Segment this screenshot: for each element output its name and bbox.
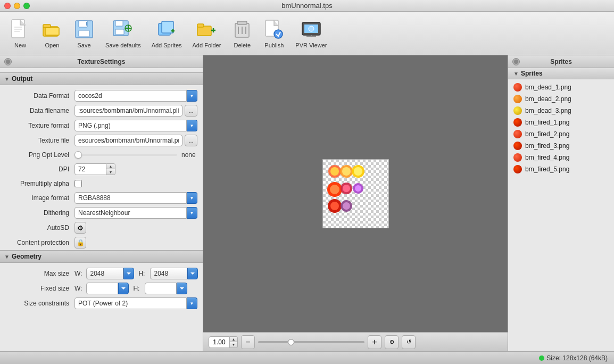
- toolbar-delete[interactable]: Delete: [227, 16, 257, 51]
- zoom-slider[interactable]: [258, 341, 364, 343]
- output-arrow-icon: ▼: [4, 76, 10, 82]
- svg-rect-8: [79, 21, 87, 27]
- sprite-item-bm-fired-3[interactable]: bm_fired_3.png: [508, 140, 614, 152]
- geometry-section-header[interactable]: ▼ Geometry: [0, 250, 203, 263]
- max-size-w-arrow[interactable]: [123, 268, 134, 279]
- sprites-section-header[interactable]: ▼ Sprites: [508, 68, 614, 79]
- autosd-label: AutoSD: [5, 224, 74, 231]
- max-size-h-label: H:: [138, 270, 146, 277]
- sprite-name-bm-fired-3: bm_fired_3.png: [525, 142, 569, 150]
- max-size-w-select[interactable]: 2048 1024 512: [86, 268, 123, 279]
- fixed-size-h-arrow[interactable]: [177, 283, 187, 294]
- right-panel: Sprites ▼ Sprites bm_dead_1.png bm_dead_…: [508, 55, 614, 351]
- sprite-item-bm-fired-1[interactable]: bm_fired_1.png: [508, 117, 614, 128]
- size-constraints-label: Size constraints: [5, 300, 74, 307]
- toolbar-publish[interactable]: Publish: [259, 16, 289, 51]
- texture-file-row: Texture file ...: [0, 133, 203, 148]
- toolbar-save[interactable]: Save: [69, 16, 99, 51]
- dpi-decrement-btn[interactable]: ▼: [106, 169, 115, 175]
- dpi-increment-btn[interactable]: ▲: [106, 164, 115, 169]
- fixed-size-h-input[interactable]: [145, 283, 177, 294]
- svg-point-43: [354, 167, 362, 176]
- image-format-dropdown-btn[interactable]: ▼: [187, 192, 197, 204]
- data-filename-input[interactable]: [74, 105, 182, 117]
- toolbar-pvr-viewer[interactable]: PVR Viewer: [291, 16, 331, 51]
- zoom-decrement-btn[interactable]: ▼: [230, 342, 237, 348]
- toolbar-add-folder[interactable]: Add Folder: [188, 16, 226, 51]
- minimize-button[interactable]: [14, 3, 20, 9]
- canvas-content[interactable]: [203, 55, 508, 332]
- dpi-input[interactable]: [74, 163, 106, 175]
- premultiply-alpha-row: Premultiply alpha: [0, 177, 203, 191]
- sprites-collapse-btn[interactable]: [512, 58, 520, 65]
- zoom-input[interactable]: [209, 336, 230, 348]
- texture-file-input[interactable]: [74, 135, 182, 146]
- sprite-icon-bm-fired-4: [513, 153, 522, 162]
- dithering-dropdown-btn[interactable]: ▼: [187, 207, 197, 219]
- image-format-label: Image format: [5, 194, 74, 202]
- image-format-input[interactable]: [74, 192, 187, 204]
- geometry-section-title: Geometry: [12, 253, 42, 260]
- size-constraints-select-wrap: ▼: [74, 297, 197, 309]
- size-constraints-input[interactable]: [74, 297, 187, 309]
- data-filename-input-wrap: ...: [74, 105, 197, 117]
- premultiply-alpha-checkbox[interactable]: [74, 180, 82, 187]
- toolbar-add-sprites-label: Add Sprites: [152, 42, 182, 48]
- zoom-in-btn[interactable]: +: [368, 335, 381, 349]
- texture-format-input[interactable]: [74, 120, 187, 131]
- output-section-title: Output: [12, 75, 32, 82]
- svg-rect-13: [115, 29, 124, 35]
- content-protection-lock-btn[interactable]: 🔒: [74, 237, 86, 249]
- open-icon: [42, 19, 63, 40]
- zoom-fit-btn[interactable]: ⊕: [385, 335, 399, 349]
- maximize-button[interactable]: [23, 3, 30, 9]
- svg-point-54: [514, 60, 518, 64]
- sprite-item-bm-fired-2[interactable]: bm_fired_2.png: [508, 128, 614, 140]
- toolbar-open[interactable]: Open: [37, 16, 67, 51]
- dithering-input[interactable]: [74, 207, 187, 219]
- zoom-increment-btn[interactable]: ▲: [230, 337, 237, 342]
- texture-file-browse-btn[interactable]: ...: [185, 135, 197, 146]
- data-filename-browse-btn[interactable]: ...: [185, 105, 197, 117]
- sprites-section-arrow: ▼: [513, 71, 519, 77]
- max-size-w-label: W:: [74, 270, 82, 277]
- toolbar-delete-label: Delete: [234, 42, 251, 48]
- toolbar-add-sprites[interactable]: Add Sprites: [147, 16, 186, 51]
- canvas-toolbar: ▲ ▼ − + ⊕ ↺: [203, 332, 508, 351]
- max-size-h-select[interactable]: 2048 1024 512: [150, 268, 187, 279]
- publish-icon: [263, 19, 285, 40]
- settings-scroll[interactable]: ▼ Output Data Format ▼ Data filename: [0, 68, 203, 351]
- sprites-panel-title: Sprites: [550, 58, 572, 65]
- svg-rect-5: [43, 24, 51, 28]
- sprite-item-bm-dead-1[interactable]: bm_dead_1.png: [508, 81, 614, 93]
- data-format-input[interactable]: [74, 90, 187, 102]
- max-size-h-arrow[interactable]: [187, 268, 198, 279]
- close-button[interactable]: [4, 3, 11, 9]
- png-opt-level-row: Png Opt Level none: [0, 148, 203, 162]
- sprite-item-bm-dead-2[interactable]: bm_dead_2.png: [508, 93, 614, 105]
- autosd-gear-btn[interactable]: ⚙: [74, 222, 86, 234]
- toolbar-new[interactable]: New: [5, 16, 35, 51]
- sprite-item-bm-fired-4[interactable]: bm_fired_4.png: [508, 152, 614, 163]
- texture-format-control: ▼: [74, 120, 197, 131]
- size-constraints-dropdown-btn[interactable]: ▼: [187, 297, 197, 309]
- texture-file-input-wrap: ...: [74, 135, 197, 146]
- fixed-size-w-arrow[interactable]: [118, 283, 129, 294]
- add-sprites-icon: [156, 19, 177, 40]
- png-opt-level-slider[interactable]: [74, 154, 177, 156]
- data-format-dropdown-btn[interactable]: ▼: [187, 90, 197, 102]
- status-dot: [539, 355, 544, 361]
- fixed-size-w-input[interactable]: [86, 283, 118, 294]
- sprite-name-bm-fired-1: bm_fired_1.png: [525, 119, 569, 126]
- data-filename-control: ...: [74, 105, 197, 117]
- output-section-header[interactable]: ▼ Output: [0, 72, 203, 85]
- zoom-reset-btn[interactable]: ↺: [402, 335, 416, 349]
- sprite-item-bm-dead-3[interactable]: bm_dead_3.png: [508, 105, 614, 117]
- sprite-item-bm-fired-5[interactable]: bm_fired_5.png: [508, 163, 614, 175]
- sprites-list[interactable]: bm_dead_1.png bm_dead_2.png bm_dead_3.pn…: [508, 79, 614, 351]
- toolbar-save-defaults[interactable]: Save defaults: [101, 16, 145, 51]
- panel-collapse-button[interactable]: [4, 58, 12, 65]
- zoom-out-btn[interactable]: −: [241, 335, 255, 349]
- data-filename-row: Data filename ...: [0, 103, 203, 118]
- texture-format-dropdown-btn[interactable]: ▼: [187, 120, 197, 131]
